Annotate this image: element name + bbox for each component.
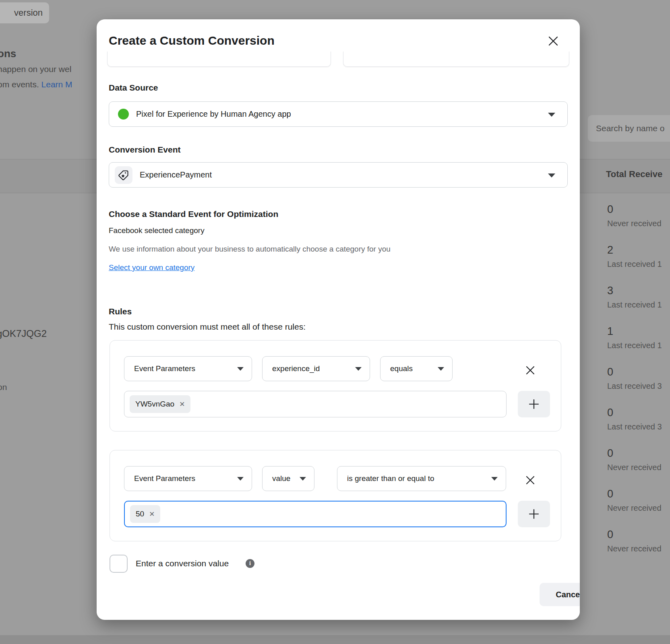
rules-heading: Rules [109,307,132,316]
cancel-button[interactable]: Cancel [540,583,580,606]
rule2-add-value-button[interactable] [518,501,550,527]
token-remove-icon[interactable]: ✕ [179,400,185,409]
table-row: 0 Never received [607,203,670,244]
background-description-line2: om events. Learn M [0,80,72,89]
background-description-line1: happen on your wel [0,64,71,74]
background-tab-label: version [14,8,43,18]
table-row: 0 Never received [607,528,670,569]
pixel-status-dot-icon [118,109,129,120]
background-row-id-text: gOK7JQG2 [0,328,47,339]
table-row: 0 Last received 3 [607,407,670,447]
rule1-value-input[interactable]: YW5vnGao ✕ [124,391,507,417]
optimization-heading: Choose a Standard Event for Optimization [109,209,278,219]
table-row: 3 Last received 1 [607,285,670,325]
close-button[interactable] [543,31,564,52]
table-row: 0 Never received [607,447,670,488]
create-custom-conversion-modal: Create a Custom Conversion Data Source P… [97,19,580,620]
chevron-down-icon [237,477,244,481]
table-row: 1 Last received 1 [607,325,670,366]
rule1-add-value-button[interactable] [518,391,550,417]
chevron-down-icon [300,477,306,481]
rule2-param-type-select[interactable]: Event Parameters [124,466,252,491]
rule-card-1: Event Parameters experience_id equals YW… [110,340,561,431]
optimization-description: We use information about your business t… [109,245,391,254]
table-row: 0 Last received 3 [607,366,670,407]
info-icon: i [246,559,254,568]
rule2-operator-select[interactable]: is greater than or equal to [337,466,506,491]
conversion-event-select[interactable]: ExperiencePayment [109,162,568,188]
description-field-fragment[interactable] [343,52,569,67]
plus-icon [528,398,540,410]
tag-icon [118,169,129,181]
rule2-value-input[interactable]: 50 ✕ [124,501,507,527]
plus-icon [528,508,540,520]
learn-more-link: Learn M [41,80,72,89]
conversion-event-value: ExperiencePayment [140,170,212,180]
rule2-remove-button[interactable] [521,471,539,489]
rule-card-2: Event Parameters value is greater than o… [110,450,561,541]
chevron-down-icon [355,367,362,371]
rule1-value-token: YW5vnGao ✕ [130,395,190,413]
rule2-parameter-select[interactable]: value [262,466,314,491]
data-source-label: Data Source [109,83,158,93]
chevron-down-icon [548,113,555,117]
background-tab-custom-conversion: version [0,2,49,23]
modal-title: Create a Custom Conversion [109,34,275,47]
rule1-param-type-select[interactable]: Event Parameters [124,356,252,381]
close-icon [547,35,559,47]
data-source-select[interactable]: Pixel for Experience by Human Agency app [109,101,568,127]
close-icon [525,475,536,485]
chevron-down-icon [548,173,555,178]
conversion-value-label: Enter a conversion value [136,559,229,568]
optimization-selected-category: Facebook selected category [109,226,205,235]
background-row-sub-text: on [0,382,7,392]
table-row: 2 Last received 1 [607,244,670,285]
name-field-fragment[interactable] [107,52,331,67]
background-column-total-received: Total Receive [606,169,662,180]
close-icon [525,365,536,376]
chevron-down-icon [237,367,244,371]
chevron-down-icon [491,477,498,481]
background-footer-strip [0,635,670,644]
select-own-category-link[interactable]: Select your own category [109,263,194,272]
search-placeholder: Search by name o [596,124,664,133]
rule1-operator-select[interactable]: equals [380,356,453,381]
background-total-received-column: 0 Never received 2 Last received 1 3 Las… [607,203,670,569]
table-row: 0 Never received [607,488,670,528]
chevron-down-icon [438,367,444,371]
search-input: Search by name o [588,115,670,142]
rules-subtitle: This custom conversion must meet all of … [109,322,306,332]
screen: version ons happen on your wel om events… [0,0,670,644]
conversion-event-label: Conversion Event [109,145,181,155]
data-source-value: Pixel for Experience by Human Agency app [136,109,291,119]
rule1-parameter-select[interactable]: experience_id [262,356,370,381]
rule1-remove-button[interactable] [521,361,539,379]
background-page-title: ons [0,47,16,60]
rule2-value-token: 50 ✕ [130,505,160,523]
conversion-value-checkbox[interactable] [110,555,128,573]
token-remove-icon[interactable]: ✕ [149,510,155,518]
